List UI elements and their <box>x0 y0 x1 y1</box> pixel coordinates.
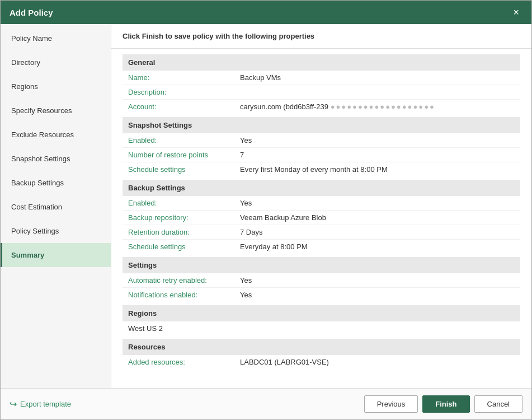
row-label: Backup repository: <box>128 213 240 222</box>
table-row: Backup repository:Veeam Backup Azure Blo… <box>123 211 520 225</box>
main-scroll-content: GeneralName:Backup VMsDescription:Accoun… <box>111 49 531 388</box>
table-row: Added resources:LABDC01 (LABRG01-VSE) <box>123 355 520 369</box>
add-policy-dialog: Add Policy × Policy NameDirectoryRegions… <box>0 0 532 420</box>
table-row: Enabled:Yes <box>123 133 520 148</box>
section-body: Name:Backup VMsDescription:Account:carys… <box>123 71 520 114</box>
row-label: Number of restore points <box>128 151 240 159</box>
row-label: Name: <box>128 73 240 82</box>
section-header: Resources <box>123 339 520 355</box>
row-value <box>240 88 515 96</box>
section-resources: ResourcesAdded resources:LABDC01 (LABRG0… <box>123 339 520 369</box>
section-general: GeneralName:Backup VMsDescription:Accoun… <box>123 54 520 114</box>
dialog-footer: ↪ Export template Previous Finish Cancel <box>1 388 531 419</box>
section-backup-settings: Backup SettingsEnabled:YesBackup reposit… <box>123 180 520 254</box>
footer-buttons: Previous Finish Cancel <box>364 395 522 413</box>
row-label: Schedule settings <box>128 165 240 174</box>
close-button[interactable]: × <box>510 6 522 18</box>
table-row: Enabled:Yes <box>123 196 520 211</box>
dialog-title: Add Policy <box>10 8 53 17</box>
row-label: Account: <box>128 102 240 111</box>
row-label: Schedule settings <box>128 242 240 251</box>
row-label: Enabled: <box>128 136 240 144</box>
section-header: Snapshot Settings <box>123 117 520 133</box>
table-row: Name:Backup VMs <box>123 71 520 85</box>
section-header: Backup Settings <box>123 180 520 196</box>
row-label: Notifications enabled: <box>128 291 240 299</box>
row-value: 7 <box>240 151 515 159</box>
sidebar-item-policy-settings[interactable]: Policy Settings <box>1 219 111 243</box>
sidebar-item-regions[interactable]: Regions <box>1 74 111 99</box>
section-header: General <box>123 54 520 71</box>
sidebar-item-summary[interactable]: Summary <box>1 243 111 267</box>
table-row: West US 2 <box>123 321 520 335</box>
finish-button[interactable]: Finish <box>422 395 469 413</box>
row-label: Description: <box>128 88 240 96</box>
sidebar-item-backup-settings[interactable]: Backup Settings <box>1 171 111 195</box>
row-value: Yes <box>240 291 515 299</box>
export-icon: ↪ <box>10 399 17 409</box>
table-row: Description: <box>123 85 520 100</box>
table-row: Retention duration:7 Days <box>123 225 520 240</box>
section-body: West US 2 <box>123 321 520 335</box>
section-snapshot-settings: Snapshot SettingsEnabled:YesNumber of re… <box>123 117 520 176</box>
sidebar-item-snapshot-settings[interactable]: Snapshot Settings <box>1 147 111 171</box>
section-settings: SettingsAutomatic retry enabled:YesNotif… <box>123 257 520 302</box>
table-row: Number of restore points7 <box>123 148 520 162</box>
row-value: Yes <box>240 199 515 207</box>
table-row: Schedule settingsEveryday at 8:00 PM <box>123 240 520 254</box>
main-header: Click Finish to save policy with the fol… <box>111 24 531 49</box>
table-row: Notifications enabled:Yes <box>123 288 520 302</box>
sidebar-item-policy-name[interactable]: Policy Name <box>1 26 111 50</box>
row-value: 7 Days <box>240 228 515 236</box>
sidebar-item-specify-resources[interactable]: Specify Resources <box>1 99 111 123</box>
row-value: Backup VMs <box>240 73 515 82</box>
sidebar-item-cost-estimation[interactable]: Cost Estimation <box>1 195 111 219</box>
sidebar-item-exclude-resources[interactable]: Exclude Resources <box>1 123 111 147</box>
row-label: Automatic retry enabled: <box>128 276 240 284</box>
section-regions: RegionsWest US 2 <box>123 305 520 335</box>
row-value: LABDC01 (LABRG01-VSE) <box>240 358 515 366</box>
previous-button[interactable]: Previous <box>364 395 418 413</box>
row-value: Veeam Backup Azure Blob <box>240 213 515 222</box>
row-value: Yes <box>240 136 515 144</box>
dialog-body: Policy NameDirectoryRegionsSpecify Resou… <box>1 24 531 388</box>
table-row: Schedule settingsEvery first Monday of e… <box>123 162 520 176</box>
row-label: Added resources: <box>128 358 240 366</box>
sidebar: Policy NameDirectoryRegionsSpecify Resou… <box>1 24 111 388</box>
title-bar: Add Policy × <box>1 1 531 24</box>
row-label: Enabled: <box>128 199 240 207</box>
row-value: Every first Monday of every month at 8:0… <box>240 165 515 174</box>
row-value: carysun.com (bdd6b3ff-239 ●●●●●●●●●●●●●●… <box>240 102 515 111</box>
section-body: Enabled:YesBackup repository:Veeam Backu… <box>123 196 520 254</box>
row-value: Everyday at 8:00 PM <box>240 242 515 251</box>
export-template-button[interactable]: ↪ Export template <box>10 399 71 409</box>
section-body: Enabled:YesNumber of restore points7Sche… <box>123 133 520 176</box>
section-body: Automatic retry enabled:YesNotifications… <box>123 273 520 302</box>
section-header: Settings <box>123 257 520 273</box>
export-label: Export template <box>20 400 71 408</box>
table-row: Account:carysun.com (bdd6b3ff-239 ●●●●●●… <box>123 100 520 114</box>
main-content-area: Click Finish to save policy with the fol… <box>111 24 531 388</box>
sidebar-item-directory[interactable]: Directory <box>1 50 111 74</box>
row-value: Yes <box>240 276 515 284</box>
section-header: Regions <box>123 305 520 321</box>
cancel-button[interactable]: Cancel <box>474 395 522 413</box>
row-label: Retention duration: <box>128 228 240 236</box>
table-row: Automatic retry enabled:Yes <box>123 273 520 288</box>
section-body: Added resources:LABDC01 (LABRG01-VSE) <box>123 355 520 369</box>
row-value: West US 2 <box>128 324 515 333</box>
